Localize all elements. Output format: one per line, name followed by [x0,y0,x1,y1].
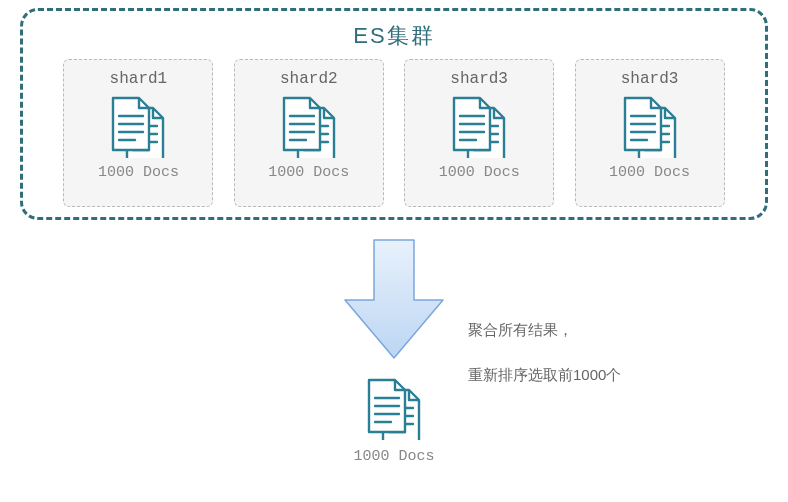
shard-doc-count: 1000 Docs [439,164,520,181]
shard-label: shard2 [280,70,338,88]
aggregation-annotation: 聚合所有结果， 重新排序选取前1000个 [468,296,621,386]
shard-label: shard3 [621,70,679,88]
shard-label: shard1 [110,70,168,88]
shard-box: shard2 1000 Docs [234,59,384,207]
annotation-line-2: 重新排序选取前1000个 [468,366,621,383]
documents-icon [107,94,169,158]
documents-icon [448,94,510,158]
documents-icon [278,94,340,158]
down-arrow-icon [339,234,449,364]
shard-box: shard3 1000 Docs [575,59,725,207]
shards-row: shard1 1000 Docs shard2 [23,59,765,207]
annotation-line-1: 聚合所有结果， [468,321,573,338]
shard-doc-count: 1000 Docs [268,164,349,181]
shard-doc-count: 1000 Docs [609,164,690,181]
documents-icon [619,94,681,158]
result-doc-count: 1000 Docs [353,448,434,465]
shard-box: shard3 1000 Docs [404,59,554,207]
result-block: 1000 Docs [339,376,449,465]
shard-doc-count: 1000 Docs [98,164,179,181]
cluster-title: ES集群 [23,21,765,51]
documents-icon [363,376,425,440]
shard-label: shard3 [450,70,508,88]
es-cluster-container: ES集群 shard1 1000 Docs shard2 [20,8,768,220]
shard-box: shard1 1000 Docs [63,59,213,207]
